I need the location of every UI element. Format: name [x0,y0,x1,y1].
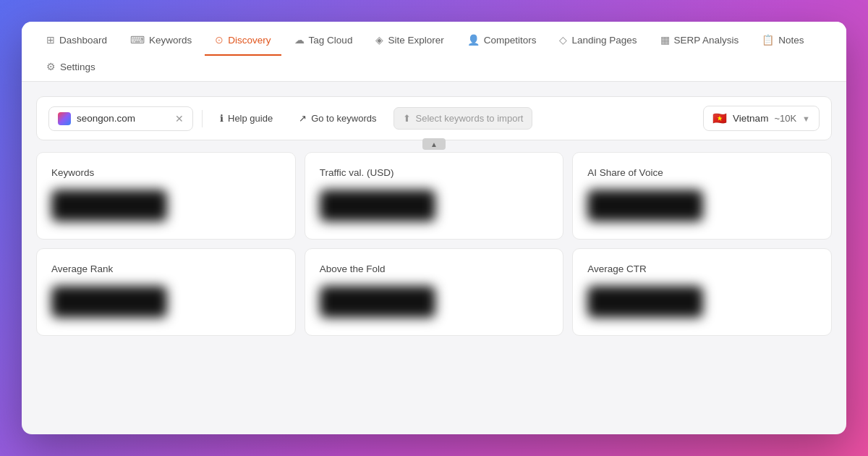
dashboard-icon: ⊞ [46,34,55,46]
metric-value-traffic-val [320,190,435,221]
domain-logo-icon [58,112,71,125]
metric-label-above-fold: Above the Fold [320,263,549,274]
metric-card-keywords: Keywords [36,152,296,240]
goto-icon: ↗ [299,113,307,124]
import-keywords-button[interactable]: ⬆ Select keywords to import [393,107,532,130]
goto-keywords-button[interactable]: ↗ Go to keywords [290,108,385,129]
keywords-label: Keywords [149,35,192,46]
nav-item-landing-pages[interactable]: ◇Landing Pages [549,25,647,56]
metric-label-avg-ctr: Average CTR [587,263,817,274]
discovery-label: Discovery [228,35,271,46]
help-icon: ℹ [220,113,224,124]
metric-label-ai-share: AI Share of Voice [587,167,817,178]
toolbar-divider-1 [202,110,203,127]
import-label: Select keywords to import [415,113,523,124]
site-explorer-label: Site Explorer [388,35,443,46]
competitors-label: Competitors [484,35,537,46]
tag-cloud-label: Tag Cloud [309,35,353,46]
keywords-icon: ⌨ [130,34,145,46]
clear-domain-button[interactable]: ✕ [175,114,184,124]
notes-label: Notes [778,35,804,46]
metric-label-traffic-val: Traffic val. (USD) [320,167,549,178]
metric-card-above-fold: Above the Fold [305,248,564,336]
nav-item-notes[interactable]: 📋Notes [752,25,814,56]
landing-pages-label: Landing Pages [571,35,637,46]
nav-item-serp-analysis[interactable]: ▦SERP Analysis [650,25,749,56]
settings-icon: ⚙ [46,61,56,72]
help-label: Help guide [228,113,273,124]
nav-item-discovery[interactable]: ⊙Discovery [205,25,281,56]
nav-bar: ⊞Dashboard⌨Keywords⊙Discovery☁Tag Cloud◈… [22,22,846,82]
serp-analysis-label: SERP Analysis [674,35,739,46]
country-flag-icon: 🇻🇳 [712,111,727,125]
keyword-count: ~10K [774,113,796,124]
import-icon: ⬆ [403,113,411,124]
domain-value: seongon.com [77,113,169,124]
settings-label: Settings [60,62,95,72]
tag-cloud-icon: ☁ [294,34,305,46]
help-guide-button[interactable]: ℹ Help guide [211,108,281,129]
country-name: Vietnam [733,113,768,124]
country-selector[interactable]: 🇻🇳 Vietnam ~10K ▼ [703,106,820,131]
nav-item-keywords[interactable]: ⌨Keywords [120,25,202,56]
notes-icon: 📋 [762,34,774,46]
nav-second-row: ⚙ Settings [36,55,832,81]
metric-value-keywords [51,190,167,221]
domain-input[interactable]: seongon.com ✕ [48,106,193,131]
metric-card-avg-rank: Average Rank [36,248,296,336]
nav-item-site-explorer[interactable]: ◈Site Explorer [365,25,454,56]
competitors-icon: 👤 [467,34,480,46]
chevron-down-icon: ▼ [802,114,810,123]
metric-card-avg-ctr: Average CTR [572,248,832,336]
content-area: seongon.com ✕ ℹ Help guide ↗ Go to keywo… [22,82,846,434]
collapse-button[interactable]: ▲ [422,138,446,150]
goto-label: Go to keywords [311,113,376,124]
nav-item-competitors[interactable]: 👤Competitors [457,25,547,56]
metric-card-ai-share: AI Share of Voice [572,152,832,240]
toolbar: seongon.com ✕ ℹ Help guide ↗ Go to keywo… [36,96,832,140]
metrics-grid: KeywordsTraffic val. (USD)AI Share of Vo… [36,152,832,336]
settings-nav-item[interactable]: ⚙ Settings [36,55,106,78]
nav-item-dashboard[interactable]: ⊞Dashboard [36,25,117,56]
metric-card-traffic-val: Traffic val. (USD) [305,152,564,240]
discovery-icon: ⊙ [215,34,224,46]
metric-label-avg-rank: Average Rank [51,263,281,274]
serp-analysis-icon: ▦ [660,34,670,46]
dashboard-label: Dashboard [59,35,107,46]
metric-label-keywords: Keywords [51,167,281,178]
landing-pages-icon: ◇ [559,34,567,46]
nav-item-tag-cloud[interactable]: ☁Tag Cloud [284,25,363,56]
metric-value-above-fold [320,286,435,318]
metric-value-avg-rank [51,286,167,318]
metric-value-ai-share [587,190,703,221]
site-explorer-icon: ◈ [375,34,383,46]
nav-top: ⊞Dashboard⌨Keywords⊙Discovery☁Tag Cloud◈… [36,22,832,55]
app-window: ⊞Dashboard⌨Keywords⊙Discovery☁Tag Cloud◈… [22,22,846,434]
metric-value-avg-ctr [587,286,703,318]
